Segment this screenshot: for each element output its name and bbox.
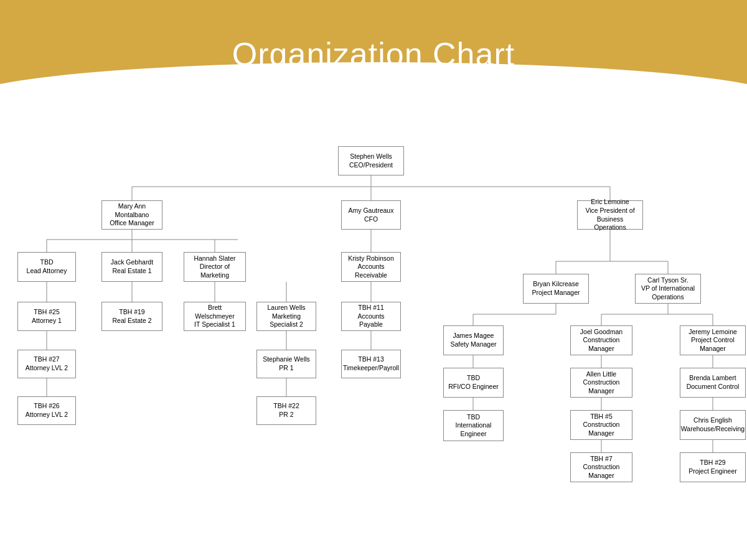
node-attorney-lvl2b: TBH #26Attorney LVL 2 [17,396,76,425]
node-pr2-title: PR 2 [273,411,299,419]
node-joel-goodman: Joel GoodmanConstructionManager [570,325,632,355]
node-ceo: Stephen WellsCEO/President [338,146,404,175]
node-attorney-lvl2a: TBH #27Attorney LVL 2 [17,350,76,378]
page-title: Organization Chart [232,35,515,73]
node-pr1-name: Stephanie Wells [263,355,310,364]
node-pr2-name: TBH #22 [273,402,299,411]
node-vp-intl: Carl Tyson Sr.VP of InternationalOperati… [635,274,701,304]
node-alvb-name: TBH #26 [26,402,68,411]
node-ar-title: Accounts Receivable [345,263,397,279]
node-rfi-engineer: TBDRFI/CO Engineer [443,368,504,398]
node-al-title: ConstructionManager [583,378,620,395]
node-vpi-title: VP of InternationalOperations [641,284,695,301]
node-accounts-pay: TBH #11Accounts Payable [341,302,401,331]
node-re2-name: TBH #19 [112,308,151,317]
node-pm-title: Project Manager [532,289,580,297]
node-t5-name: TBH #5 [583,413,620,421]
node-vp-biz-title: Vice President ofBusiness Operations [581,207,639,232]
node-allen-little: Allen LittleConstructionManager [570,368,632,398]
node-ie-name: TBD [456,413,492,422]
node-alva-title: Attorney LVL 2 [26,364,68,373]
node-timekeeper: TBH #13Timekeeper/Payroll [341,350,401,378]
node-jl-title: Project ControlManager [688,336,737,353]
node-t7-title: ConstructionManager [583,463,620,480]
node-real-estate1: Jack GebhardtReal Estate 1 [101,252,162,282]
node-re1-name: Jack Gebhardt [111,258,153,267]
node-pr1: Stephanie WellsPR 1 [256,350,316,378]
node-office-manager: Mary AnnMontalbanoOffice Manager [101,200,162,230]
node-al-name: Allen Little [583,370,620,379]
node-tbh7-cm: TBH #7ConstructionManager [570,452,632,482]
node-t29-name: TBH #29 [688,459,737,467]
node-intl-engineer: TBDInternationalEngineer [443,410,504,441]
node-marketing-spec: Lauren WellsMarketing Specialist 2 [256,302,316,331]
node-chris-english: Chris EnglishWarehouse/Receiving [680,410,746,440]
node-md-name: Hannah Slater [187,254,242,263]
node-a1-title: Attorney 1 [32,317,62,325]
node-t29-title: Project Engineer [688,467,737,476]
org-connectors [0,109,747,560]
node-safety-manager: James MageeSafety Manager [443,325,504,355]
node-vp-biz-name: Eric Lemoine [581,198,639,207]
node-re1-title: Real Estate 1 [111,267,153,276]
node-t5-title: ConstructionManager [583,421,620,437]
node-pr1-title: PR 1 [263,364,310,373]
node-jg-title: ConstructionManager [580,336,622,353]
node-jg-name: Joel Goodman [580,328,622,337]
node-ceo-title: CEO/President [349,161,393,170]
node-real-estate2: TBH #19Real Estate 2 [101,302,162,331]
node-la-name: TBD [27,258,67,267]
node-md-title: Director of Marketing [187,263,242,279]
header: Organization Chart [0,0,747,112]
node-ie-title: InternationalEngineer [456,421,492,438]
node-it-specialist: Brett WelschmeyerIT Specialist 1 [184,302,246,331]
node-brenda-lambert: Brenda LambertDocument Control [680,368,746,398]
node-sm-title: Safety Manager [450,340,496,349]
node-ap-title: Accounts Payable [345,312,397,329]
node-marketing-dir: Hannah SlaterDirector of Marketing [184,252,246,282]
node-ms-title: Marketing Specialist 2 [260,312,312,329]
node-accounts-rec: Kristy RobinsonAccounts Receivable [341,252,401,282]
node-a1-name: TBH #25 [32,308,62,317]
node-jl-name: Jeremy Lemoine [688,328,737,337]
node-it-title: IT Specialist 1 [187,320,242,329]
node-re2-title: Real Estate 2 [112,317,151,325]
node-ms-name: Lauren Wells [260,304,312,312]
node-t7-name: TBH #7 [583,455,620,464]
node-lead-attorney: TBDLead Attorney [17,252,76,282]
node-tbh5-cm: TBH #5ConstructionManager [570,410,632,440]
node-rfi-name: TBD [448,374,499,383]
node-it-name: Brett Welschmeyer [187,304,242,320]
node-bl-name: Brenda Lambert [687,374,740,383]
node-tbh29-pe: TBH #29Project Engineer [680,452,746,482]
node-cfo-name: Amy Gautreaux [349,207,394,215]
node-bl-title: Document Control [687,383,740,391]
node-cfo-title: CFO [349,215,394,224]
node-alva-name: TBH #27 [26,355,68,364]
node-vpi-name: Carl Tyson Sr. [641,276,695,285]
node-la-title: Lead Attorney [27,267,67,276]
node-tk-name: TBH #13 [343,355,399,364]
node-om-title: Office Manager [110,219,154,228]
node-attorney1: TBH #25Attorney 1 [17,302,76,331]
node-project-manager: Bryan KilcreaseProject Manager [523,274,589,304]
node-cfo: Amy GautreauxCFO [341,200,401,230]
node-pr2: TBH #22PR 2 [256,396,316,425]
node-alvb-title: Attorney LVL 2 [26,411,68,419]
node-ceo-name: Stephen Wells [349,152,393,161]
node-ce-name: Chris English [681,416,745,425]
node-rfi-title: RFI/CO Engineer [448,383,499,391]
node-jeremy-lemoine: Jeremy LemoineProject ControlManager [680,325,746,355]
node-sm-name: James Magee [450,332,496,340]
node-tk-title: Timekeeper/Payroll [343,364,399,373]
node-ar-name: Kristy Robinson [345,254,397,263]
chart-area: Stephen WellsCEO/President Mary AnnMonta… [0,109,747,560]
node-ce-title: Warehouse/Receiving [681,425,745,434]
node-vp-biz: Eric LemoineVice President ofBusiness Op… [577,200,643,230]
node-ap-name: TBH #11 [345,304,397,312]
node-om-name: Mary AnnMontalbano [110,202,154,219]
node-pm-name: Bryan Kilcrease [532,280,580,289]
